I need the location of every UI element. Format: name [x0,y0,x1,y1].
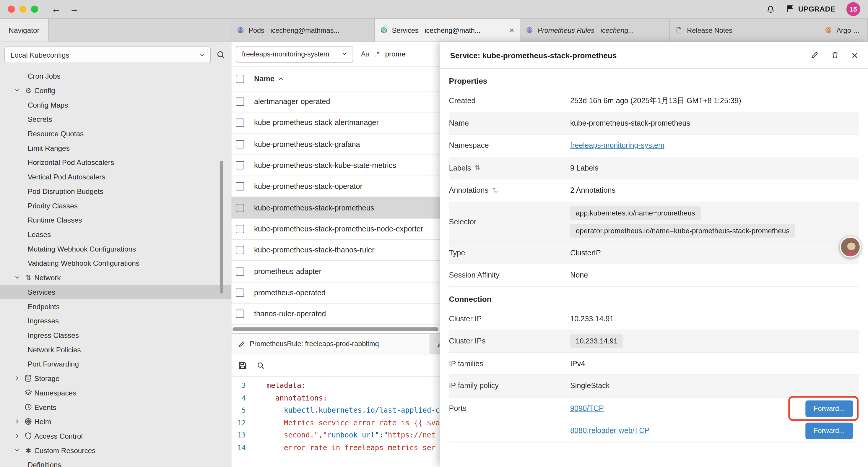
notification-count-badge[interactable]: 15 [846,2,860,16]
chevron-right-icon[interactable] [12,375,22,381]
sidebar-item-config-maps[interactable]: Config Maps [0,97,231,112]
select-all-checkbox[interactable] [236,75,244,83]
sidebar-item-custom-resources[interactable]: ✱Custom Resources [0,443,231,458]
sidebar-item-cron-jobs[interactable]: Cron Jobs [0,68,231,83]
dock-tab-label: PrometheusRule: freeleaps-prod-rabbitmq [250,340,379,348]
chevron-down-icon[interactable] [12,274,22,280]
row-checkbox[interactable] [236,225,244,233]
sidebar-scrollbar[interactable] [220,160,223,293]
detail-value: 10.233.14.91 [570,330,859,352]
sidebar-item-network[interactable]: ⇅Network [0,270,231,285]
list-search-input[interactable] [385,50,435,58]
sidebar-item-storage[interactable]: Storage [0,371,231,385]
sidebar-item-services[interactable]: Services [0,285,231,299]
tab-close-icon[interactable]: × [509,25,514,35]
row-checkbox[interactable] [236,289,244,297]
detail-row-type: TypeClusterIP [449,242,859,264]
sidebar-item-label: Resource Quotas [28,129,84,138]
chevron-down-icon[interactable] [12,447,22,453]
chevron-down-icon[interactable] [12,87,22,93]
sidebar-item-secrets[interactable]: Secrets [0,112,231,126]
row-checkbox[interactable] [236,161,244,169]
sidebar-item-runtime-classes[interactable]: Runtime Classes [0,213,231,227]
sidebar-search-icon[interactable] [217,51,225,59]
window-minimize-button[interactable] [20,6,27,13]
row-checkbox[interactable] [236,140,244,148]
row-checkbox[interactable] [236,182,244,191]
regex-toggle[interactable]: .* [375,50,380,58]
service-detail-panel: Service: kube-prometheus-stack-prometheu… [440,42,868,467]
sidebar-item-namespaces[interactable]: Namespaces [0,385,231,400]
delete-service-button[interactable] [831,51,839,59]
sort-toggle-icon[interactable]: ⇅ [492,186,498,194]
sidebar-item-helm[interactable]: Helm [0,414,231,429]
sidebar-item-limit-ranges[interactable]: Limit Ranges [0,141,231,155]
namespace-filter-select[interactable]: freeleaps-monitoring-system [236,46,353,62]
user-avatar[interactable] [840,236,861,258]
line-number: 3 [231,381,253,389]
detail-value: IPv4 [570,359,859,368]
namespace-link[interactable]: freeleaps-monitoring-system [570,141,664,150]
sidebar-item-priority-classes[interactable]: Priority Classes [0,198,231,213]
port-forward-button[interactable]: Forward... [805,400,853,417]
navigator-tab[interactable]: Navigator [0,19,49,42]
row-checkbox[interactable] [236,267,244,275]
editor-search-icon[interactable] [257,361,265,369]
kubeconfig-selector[interactable]: Local Kubeconfigs [4,47,211,63]
sidebar-item-endpoints[interactable]: Endpoints [0,299,231,314]
sidebar-item-port-forwarding[interactable]: Port Forwarding [0,357,231,371]
row-checkbox[interactable] [236,246,244,254]
tab-release-notes[interactable]: Release Notes [670,19,819,42]
dock-tab-prometheusrule[interactable]: PrometheusRule: freeleaps-prod-rabbitmq [231,334,430,354]
history-back-button[interactable]: ← [52,4,61,14]
detail-value: None [570,271,859,279]
edit-service-button[interactable] [811,51,819,59]
port-link[interactable]: 8080:reloader-web/TCP [570,427,650,435]
row-checkbox[interactable] [236,204,244,212]
tab-prometheus-rules-icecheng[interactable]: Prometheus Rules - icecheng... [520,19,670,42]
save-icon[interactable] [238,361,247,370]
tab-pods-icecheng-mathmas[interactable]: Pods - icecheng@mathmas... [231,19,375,42]
sidebar-item-pod-disruption-budgets[interactable]: Pod Disruption Budgets [0,184,231,198]
match-case-toggle[interactable]: Aa [361,50,370,58]
namespace-filter-value: freeleaps-monitoring-system [242,50,342,58]
sidebar-item-access-control[interactable]: Access Control [0,429,231,443]
chevron-right-icon[interactable] [12,419,22,425]
sidebar-item-horizontal-pod-autoscalers[interactable]: Horizontal Pod Autoscalers [0,155,231,170]
sidebar-item-mutating-webhook-configurations[interactable]: Mutating Webhook Configurations [0,241,231,256]
sidebar-item-leases[interactable]: Leases [0,227,231,241]
tab-label: Services - icecheng@math... [392,26,502,34]
port-link[interactable]: 9090/TCP [570,404,604,413]
horizontal-scrollbar-thumb[interactable] [232,327,438,331]
tab-label: Argo S... [836,26,862,34]
chevron-right-icon[interactable] [12,433,22,439]
sidebar-item-config[interactable]: ⚙Config [0,83,231,97]
sort-ascending-icon[interactable] [278,76,284,82]
row-checkbox[interactable] [236,310,244,318]
history-forward-button[interactable]: → [70,4,79,14]
tab-services-icecheng-math[interactable]: Services - icecheng@math...× [375,19,521,42]
sidebar-item-network-policies[interactable]: Network Policies [0,342,231,357]
upgrade-button[interactable]: UPGRADE [786,4,835,14]
sidebar-item-vertical-pod-autoscalers[interactable]: Vertical Pod Autoscalers [0,169,231,184]
sort-toggle-icon[interactable]: ⇅ [475,164,480,172]
gear-icon: ⚙ [22,86,34,94]
notifications-bell-icon[interactable] [766,5,775,13]
port-forward-button[interactable]: Forward... [805,422,853,439]
line-number: 12 [231,418,253,427]
sidebar-item-definitions[interactable]: Definitions [0,458,231,467]
window-zoom-button[interactable] [31,6,38,13]
sidebar-item-validating-webhook-configurations[interactable]: Validating Webhook Configurations [0,256,231,270]
close-panel-button[interactable]: × [851,50,858,61]
row-checkbox[interactable] [236,97,244,106]
kubernetes-cluster-icon [237,27,244,34]
sidebar-item-ingress-classes[interactable]: Ingress Classes [0,328,231,342]
upgrade-label: UPGRADE [798,5,836,13]
tab-argo-s[interactable]: Argo S... [819,19,868,42]
sidebar-item-events[interactable]: Events [0,400,231,414]
row-checkbox[interactable] [236,119,244,127]
sidebar-item-ingresses[interactable]: Ingresses [0,314,231,328]
sidebar-item-resource-quotas[interactable]: Resource Quotas [0,126,231,141]
window-close-button[interactable] [8,6,15,13]
name-column-header[interactable]: Name [254,75,275,83]
